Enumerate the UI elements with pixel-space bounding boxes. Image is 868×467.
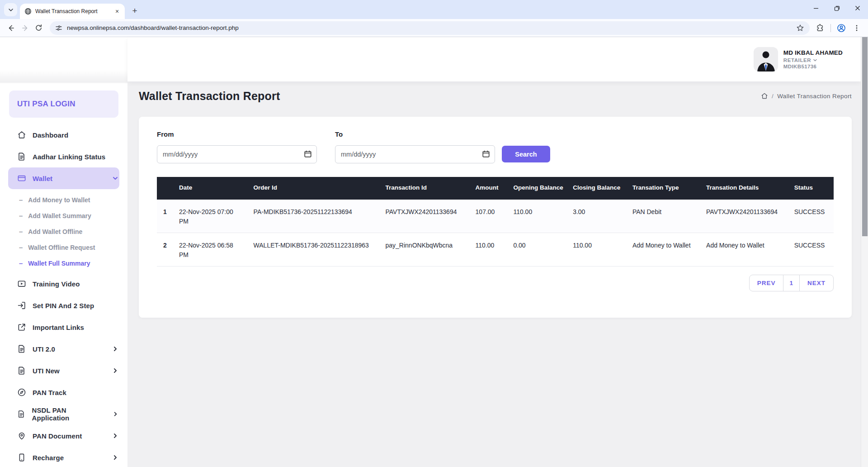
submenu-item-wallet-full-summary[interactable]: – Wallet Full Summary bbox=[0, 255, 127, 271]
cell-transation-type: Add Money to Wallet bbox=[628, 233, 702, 266]
new-tab-button[interactable]: + bbox=[128, 5, 141, 17]
submenu-item-wallet-offline-request[interactable]: – Wallet Offline Request bbox=[0, 239, 127, 255]
col-status: Status bbox=[790, 177, 834, 200]
page-scrollbar[interactable] bbox=[861, 37, 868, 467]
cell-amount: 107.00 bbox=[471, 200, 509, 233]
user-avatar bbox=[754, 47, 778, 71]
browser-toolbar: newpsa.onlinepsa.com/dashboard/wallet-tr… bbox=[0, 19, 868, 37]
col-sn bbox=[157, 177, 175, 200]
cell-status: SUCCESS bbox=[790, 200, 834, 233]
sidebar-item-uti-new[interactable]: UTI New bbox=[8, 360, 119, 381]
user-menu[interactable]: MD IKBAL AHAMED RETAILER MDIKB51736 bbox=[754, 47, 843, 71]
site-settings-icon[interactable] bbox=[55, 24, 62, 32]
document-icon bbox=[17, 410, 26, 419]
tab-search-button[interactable] bbox=[4, 3, 17, 16]
chevron-right-icon bbox=[112, 346, 118, 352]
window-restore-button[interactable] bbox=[826, 0, 847, 16]
sidebar-item-recharge[interactable]: Recharge bbox=[8, 447, 119, 467]
cell-closing-balance: 3.00 bbox=[568, 200, 628, 233]
user-info: MD IKBAL AHAMED RETAILER MDIKB51736 bbox=[783, 49, 843, 69]
table-header-row: Date Order Id Transaction Id Amount Open… bbox=[157, 177, 834, 200]
dash-icon: – bbox=[19, 228, 23, 235]
sidebar-item-label: Dashboard bbox=[33, 131, 68, 139]
page-body: UTI PSA LOGIN Dashboard Aadhar Linking S… bbox=[0, 37, 868, 467]
compass-icon bbox=[17, 388, 26, 397]
cell-status: SUCCESS bbox=[790, 233, 834, 266]
wallet-icon bbox=[17, 174, 26, 183]
tab-title: Wallet Transaction Report bbox=[35, 8, 113, 14]
browser-tab-strip: Wallet Transaction Report × + bbox=[0, 0, 868, 19]
reload-button[interactable] bbox=[32, 21, 45, 35]
back-button[interactable] bbox=[5, 21, 18, 35]
pagination-page-1[interactable]: 1 bbox=[783, 275, 799, 291]
dash-icon: – bbox=[19, 243, 23, 251]
calendar-icon[interactable] bbox=[482, 150, 490, 158]
col-order-id: Order Id bbox=[249, 177, 381, 200]
sidebar-item-aadhar-linking-status[interactable]: Aadhar Linking Status bbox=[8, 146, 119, 167]
table-row: 1 22-Nov-2025 07:00 PM PA-MDIKB51736-202… bbox=[157, 200, 834, 233]
report-card: From To bbox=[139, 117, 852, 318]
filter-bar: From To bbox=[157, 130, 834, 163]
sidebar: UTI PSA LOGIN Dashboard Aadhar Linking S… bbox=[0, 37, 127, 467]
cell-date: 22-Nov-2025 07:00 PM bbox=[175, 200, 249, 233]
browser-menu-icon[interactable] bbox=[850, 21, 863, 35]
window-minimize-button[interactable] bbox=[806, 0, 826, 16]
search-button[interactable]: Search bbox=[502, 146, 550, 162]
sidebar-brand: UTI PSA LOGIN bbox=[9, 91, 118, 118]
smartphone-icon bbox=[17, 453, 26, 462]
cell-order-id: PA-MDIKB51736-20251122133694 bbox=[249, 200, 381, 233]
pagination-next-button[interactable]: NEXT bbox=[799, 275, 833, 291]
pagination-prev-button[interactable]: PREV bbox=[750, 275, 783, 291]
sidebar-item-wallet[interactable]: Wallet bbox=[8, 167, 119, 189]
sidebar-item-set-pin-and-2-step[interactable]: Set PIN And 2 Step bbox=[8, 295, 119, 316]
submenu-item-add-wallet-summary[interactable]: – Add Wallet Summary bbox=[0, 208, 127, 224]
url-text[interactable]: newpsa.onlinepsa.com/dashboard/wallet-tr… bbox=[67, 24, 796, 31]
sidebar-item-training-video[interactable]: Training Video bbox=[8, 273, 119, 295]
home-icon bbox=[17, 130, 26, 139]
video-icon bbox=[17, 279, 26, 288]
calendar-icon[interactable] bbox=[304, 150, 312, 158]
col-amount: Amount bbox=[471, 177, 509, 200]
to-date-input[interactable] bbox=[335, 145, 495, 163]
address-bar[interactable]: newpsa.onlinepsa.com/dashboard/wallet-tr… bbox=[50, 21, 810, 35]
col-transation-type: Transation Type bbox=[628, 177, 702, 200]
cell-opening-balance: 0.00 bbox=[509, 233, 568, 266]
user-role[interactable]: RETAILER bbox=[783, 57, 843, 63]
transactions-table: Date Order Id Transaction Id Amount Open… bbox=[157, 177, 834, 267]
brand-label: UTI PSA LOGIN bbox=[17, 100, 75, 109]
table-row: 2 22-Nov-2025 06:58 PM WALLET-MDIKB51736… bbox=[157, 233, 834, 266]
document-icon bbox=[17, 152, 26, 161]
sidebar-item-nsdl-pan-application[interactable]: NSDL PAN Application bbox=[8, 403, 119, 425]
cell-transation-type: PAN Debit bbox=[628, 200, 702, 233]
submenu-item-add-wallet-offline[interactable]: – Add Wallet Offline bbox=[0, 224, 127, 239]
tab-close-button[interactable]: × bbox=[113, 7, 121, 15]
sidebar-item-important-links[interactable]: Important Links bbox=[8, 316, 119, 338]
breadcrumb-separator: / bbox=[772, 93, 774, 100]
extensions-icon[interactable] bbox=[813, 21, 827, 35]
browser-window: Wallet Transaction Report × + bbox=[0, 0, 868, 467]
sidebar-item-dashboard[interactable]: Dashboard bbox=[8, 124, 119, 146]
sidebar-top-shadow bbox=[0, 70, 127, 83]
document-icon bbox=[17, 366, 26, 375]
scrollbar-thumb[interactable] bbox=[862, 37, 868, 236]
profile-icon[interactable] bbox=[835, 21, 848, 35]
submenu-item-add-money-to-wallet[interactable]: – Add Money to Wallet bbox=[0, 192, 127, 208]
sidebar-item-uti-2-0[interactable]: UTI 2.0 bbox=[8, 338, 119, 360]
forward-button[interactable] bbox=[18, 21, 32, 35]
dash-icon: – bbox=[19, 259, 23, 267]
home-icon[interactable] bbox=[761, 92, 768, 100]
bookmark-star-icon[interactable] bbox=[796, 24, 804, 32]
cell-transation-details: PAVTXJWX24201133694 bbox=[702, 200, 790, 233]
browser-tab[interactable]: Wallet Transaction Report × bbox=[20, 4, 125, 19]
from-label: From bbox=[157, 130, 317, 138]
sidebar-item-pan-document[interactable]: PAN Document bbox=[8, 425, 119, 447]
document-icon bbox=[17, 344, 26, 353]
sidebar-item-pan-track[interactable]: PAN Track bbox=[8, 381, 119, 403]
col-transation-details: Transation Details bbox=[702, 177, 790, 200]
from-date-input[interactable] bbox=[157, 145, 317, 163]
login-icon bbox=[17, 301, 26, 310]
window-close-button[interactable] bbox=[847, 0, 868, 16]
chevron-right-icon bbox=[112, 454, 118, 461]
breadcrumb: / Wallet Transaction Report bbox=[761, 92, 852, 100]
cell-transaction-id: PAVTXJWX24201133694 bbox=[381, 200, 471, 233]
